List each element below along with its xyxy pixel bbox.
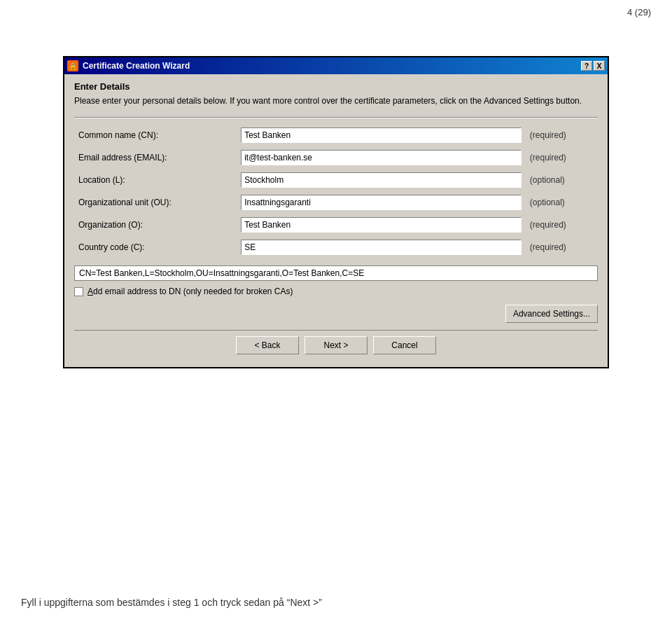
back-button[interactable]: < Back — [236, 336, 299, 354]
field-input-3[interactable] — [241, 195, 522, 210]
dialog-title: Certificate Creation Wizard — [83, 61, 190, 71]
dialog-titlebar: 🔒 Certificate Creation Wizard ? X — [64, 57, 608, 74]
field-input-1[interactable] — [241, 150, 522, 165]
field-required-4: (required) — [526, 214, 598, 236]
dialog-title-buttons: ? X — [581, 61, 605, 71]
add-email-label-text: dd email address to DN (only needed for … — [93, 286, 293, 296]
field-required-0: (required) — [526, 124, 598, 146]
form-table: Common name (CN):(required)Email address… — [74, 124, 598, 258]
dialog-icon: 🔒 — [67, 60, 78, 71]
page-number: 4 (29) — [627, 7, 651, 18]
divider — [74, 117, 598, 118]
dialog-content: Enter Details Please enter your personal… — [64, 74, 608, 367]
section-title: Enter Details — [74, 81, 598, 92]
close-button[interactable]: X — [594, 61, 605, 71]
field-input-4[interactable] — [241, 217, 522, 233]
form-row: Location (L):(optional) — [74, 169, 598, 191]
advanced-row: Advanced Settings... — [74, 305, 598, 323]
section-description: Please enter your personal details below… — [74, 95, 598, 107]
field-required-2: (optional) — [526, 169, 598, 191]
field-label-0: Common name (CN): — [74, 124, 237, 146]
field-required-3: (optional) — [526, 191, 598, 214]
field-label-1: Email address (EMAIL): — [74, 146, 237, 169]
field-input-0[interactable] — [241, 127, 522, 143]
form-row: Country code (C):(required) — [74, 236, 598, 258]
field-required-5: (required) — [526, 236, 598, 258]
field-input-2[interactable] — [241, 172, 522, 188]
help-button[interactable]: ? — [581, 61, 592, 71]
checkbox-row: Add email address to DN (only needed for… — [74, 286, 598, 296]
dialog-title-left: 🔒 Certificate Creation Wizard — [67, 60, 190, 71]
field-required-1: (required) — [526, 146, 598, 169]
field-label-5: Country code (C): — [74, 236, 237, 258]
add-email-checkbox[interactable] — [74, 287, 83, 296]
cancel-button[interactable]: Cancel — [373, 336, 436, 354]
field-input-5[interactable] — [241, 240, 522, 255]
dialog-wrapper: 🔒 Certificate Creation Wizard ? X Enter … — [21, 56, 651, 368]
form-row: Organization (O):(required) — [74, 214, 598, 236]
form-row: Common name (CN):(required) — [74, 124, 598, 146]
bottom-buttons: < Back Next > Cancel — [74, 330, 598, 357]
form-row: Email address (EMAIL):(required) — [74, 146, 598, 169]
field-label-2: Location (L): — [74, 169, 237, 191]
footer-text: Fyll i uppgifterna som bestämdes i steg … — [21, 597, 651, 608]
field-label-4: Organization (O): — [74, 214, 237, 236]
dn-display: CN=Test Banken,L=Stockholm,OU=Insattning… — [74, 265, 598, 281]
add-email-label: Add email address to DN (only needed for… — [88, 286, 293, 296]
form-row: Organizational unit (OU):(optional) — [74, 191, 598, 214]
field-label-3: Organizational unit (OU): — [74, 191, 237, 214]
next-button[interactable]: Next > — [304, 336, 368, 354]
certificate-wizard-dialog: 🔒 Certificate Creation Wizard ? X Enter … — [63, 56, 609, 368]
advanced-settings-button[interactable]: Advanced Settings... — [505, 305, 598, 323]
